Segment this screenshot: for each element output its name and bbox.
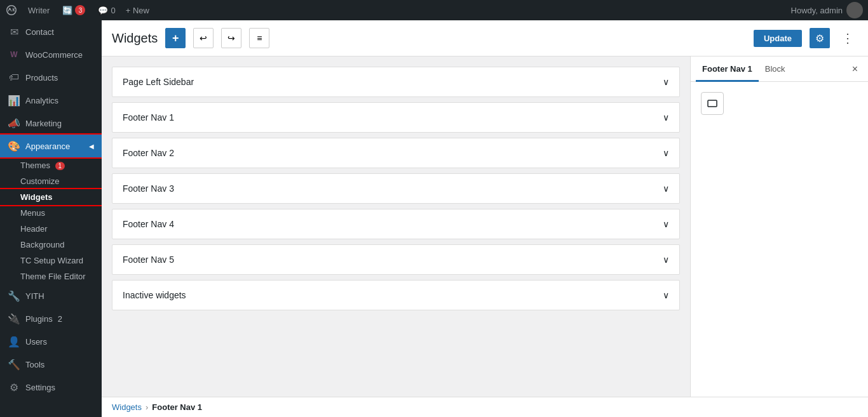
chevron-icon: ∨ (663, 148, 669, 158)
update-button[interactable]: Update (754, 30, 802, 47)
users-icon: 👤 (8, 335, 20, 348)
sidebar-sub-header[interactable]: Header (0, 221, 102, 237)
new-button[interactable]: + New (126, 6, 149, 15)
breadcrumb-separator: › (146, 402, 148, 412)
undo-button[interactable]: ↩ (193, 28, 214, 48)
chevron-icon: ∨ (663, 112, 669, 122)
chevron-icon: ∨ (663, 77, 669, 87)
sidebar-sub-background[interactable]: Background (0, 237, 102, 253)
sidebar-sub-menus[interactable]: Menus (0, 205, 102, 221)
settings-gear-button[interactable]: ⚙ (810, 28, 830, 48)
analytics-icon: 📊 (8, 94, 20, 107)
yith-icon: 🔧 (8, 289, 20, 302)
right-panel: Footer Nav 1 Block × (690, 56, 868, 397)
content-area: Widgets + ↩ ↪ ≡ Update ⚙ ⋮ Page Left Sid… (102, 20, 868, 417)
sidebar-sub-themes[interactable]: Themes 1 (0, 157, 102, 173)
marketing-icon: 📣 (8, 117, 20, 129)
breadcrumb: Widgets › Footer Nav 1 (102, 397, 868, 417)
widget-section-inactive-widgets[interactable]: Inactive widgets ∨ (112, 280, 680, 310)
widget-section-footer-nav-2[interactable]: Footer Nav 2 ∨ (112, 138, 680, 168)
sidebar-sub-theme-file-editor[interactable]: Theme File Editor (0, 268, 102, 284)
sidebar-item-woocommerce[interactable]: W WooCommerce (0, 43, 102, 66)
sidebar-item-analytics[interactable]: 📊 Analytics (0, 89, 102, 112)
chevron-icon: ∨ (663, 290, 669, 300)
tab-block[interactable]: Block (759, 56, 792, 82)
right-panel-tabs: Footer Nav 1 Block × (691, 56, 868, 82)
products-icon: 🏷 (8, 71, 20, 84)
howdy-text: Howdy, admin (791, 2, 863, 18)
widget-list: Page Left Sidebar ∨ Footer Nav 1 ∨ Foote… (102, 56, 690, 397)
add-block-button[interactable]: + (165, 28, 186, 48)
page-title: Widgets (112, 31, 158, 46)
sidebar: ✉ Contact W WooCommerce 🏷 Products 📊 Ana… (0, 20, 102, 417)
chevron-icon: ∨ (663, 255, 669, 265)
tab-footer-nav-1[interactable]: Footer Nav 1 (696, 56, 759, 82)
right-panel-body (691, 82, 868, 397)
redo-button[interactable]: ↪ (221, 28, 241, 48)
sidebar-item-users[interactable]: 👤 Users (0, 330, 102, 353)
chevron-icon: ∨ (663, 183, 669, 194)
site-name[interactable]: Writer (25, 6, 52, 15)
comments-item[interactable]: 💬 0 (95, 6, 118, 15)
chevron-icon: ∨ (663, 219, 669, 229)
block-icon (701, 92, 724, 115)
avatar (846, 2, 863, 18)
widget-section-footer-nav-4[interactable]: Footer Nav 4 ∨ (112, 209, 680, 239)
widget-main: Page Left Sidebar ∨ Footer Nav 1 ∨ Foote… (102, 56, 868, 397)
widget-section-footer-nav-1[interactable]: Footer Nav 1 ∨ (112, 102, 680, 133)
contact-icon: ✉ (8, 25, 20, 38)
appearance-icon: 🎨 (8, 140, 20, 152)
sidebar-sub-widgets[interactable]: Widgets (0, 189, 102, 205)
top-bar: Writer 🔄 3 💬 0 + New Howdy, admin (0, 0, 868, 20)
woocommerce-icon: W (8, 48, 20, 61)
breadcrumb-current: Footer Nav 1 (152, 402, 202, 412)
sidebar-item-yith[interactable]: 🔧 YITH (0, 284, 102, 307)
breadcrumb-root[interactable]: Widgets (112, 402, 142, 412)
sidebar-sub-tc-setup-wizard[interactable]: TC Setup Wizard (0, 253, 102, 268)
sidebar-item-appearance[interactable]: 🎨 Appearance ◀ (0, 135, 102, 157)
widget-section-page-left-sidebar[interactable]: Page Left Sidebar ∨ (112, 67, 680, 97)
more-options-button[interactable]: ⋮ (837, 28, 858, 48)
plugins-icon: 🔌 (8, 312, 20, 325)
sidebar-item-contact[interactable]: ✉ Contact (0, 20, 102, 43)
settings-icon: ⚙ (8, 381, 20, 394)
widget-header: Widgets + ↩ ↪ ≡ Update ⚙ ⋮ (102, 20, 868, 56)
wp-logo[interactable] (5, 4, 18, 17)
widget-section-footer-nav-5[interactable]: Footer Nav 5 ∨ (112, 244, 680, 275)
sidebar-item-tools[interactable]: 🔨 Tools (0, 353, 102, 376)
sidebar-sub-customize[interactable]: Customize (0, 173, 102, 189)
tools-icon: 🔨 (8, 358, 20, 371)
updates-item[interactable]: 🔄 3 (60, 5, 88, 15)
svg-rect-0 (708, 100, 717, 107)
sidebar-item-settings[interactable]: ⚙ Settings (0, 376, 102, 399)
sidebar-item-products[interactable]: 🏷 Products (0, 66, 102, 89)
sidebar-item-marketing[interactable]: 📣 Marketing (0, 112, 102, 135)
widget-section-footer-nav-3[interactable]: Footer Nav 3 ∨ (112, 173, 680, 204)
close-panel-button[interactable]: × (847, 58, 863, 80)
list-view-button[interactable]: ≡ (249, 28, 269, 48)
sidebar-item-plugins[interactable]: 🔌 Plugins 2 (0, 307, 102, 330)
